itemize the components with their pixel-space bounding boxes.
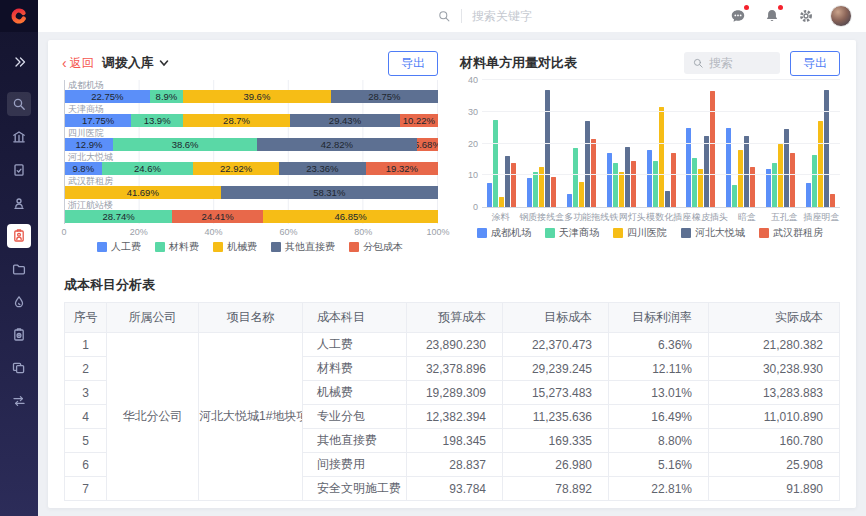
legend-item[interactable]: 河北大悦城 [681, 226, 745, 240]
notifications-button[interactable] [764, 8, 780, 24]
sidebar-item-personnel[interactable] [7, 191, 31, 215]
legend-label: 四川医院 [627, 226, 667, 240]
sidebar-item-clipboard-settings[interactable] [7, 323, 31, 347]
legend-item[interactable]: 分包成本 [349, 240, 403, 254]
grouped-chart-x-axis: 涂料钢质接线盒多功能拖线铁网灯头模数化插座橡皮插头暗盒五孔盒插座明盒 [482, 208, 840, 224]
double-chevron-icon [11, 54, 27, 70]
sidebar-item-flow[interactable] [7, 389, 31, 413]
cell-budget: 198.345 [407, 429, 503, 453]
grouped-bar-chart: 010203040 [482, 80, 840, 208]
sidebar-item-copy[interactable] [7, 356, 31, 380]
bar-segment: 13.9% [131, 114, 183, 127]
legend-label: 其他直接费 [285, 240, 335, 254]
bar [499, 197, 504, 207]
legend-label: 天津商场 [559, 226, 599, 240]
messages-button[interactable] [730, 8, 746, 24]
clipboard-user-icon [11, 228, 27, 244]
copy-icon [11, 360, 27, 376]
bar-segment: 22.92% [193, 162, 278, 175]
chart-search-input[interactable] [709, 56, 769, 70]
global-search-input[interactable] [472, 9, 562, 23]
folder-icon [11, 261, 27, 277]
page-title: 调拨入库 [102, 54, 169, 72]
sidebar-item-collapse[interactable] [7, 50, 31, 74]
legend-item[interactable]: 其他直接费 [271, 240, 335, 254]
legend-item[interactable]: 人工费 [97, 240, 141, 254]
x-axis-label: 涂料 [482, 211, 519, 224]
y-axis-tick: 0 [458, 202, 478, 212]
cell-budget: 23,890.230 [407, 333, 503, 357]
bar-segment-label: 22.75% [91, 91, 123, 102]
left-chart-panel: ‹ 返回 调拨入库 导出 成都机场22.75%8.9%39.6%28.75%天津 [48, 40, 448, 266]
search-icon [11, 96, 27, 112]
stacked-bar: 22.75%8.9%39.6%28.75% [65, 90, 438, 103]
cell-target: 15,273.483 [503, 381, 609, 405]
bar-segment: 23.36% [279, 162, 366, 175]
grid-line [482, 111, 840, 112]
charts-row: ‹ 返回 调拨入库 导出 成都机场22.75%8.9%39.6%28.75%天津 [48, 40, 856, 266]
bar [778, 144, 783, 208]
bar [647, 150, 652, 207]
user-avatar[interactable] [830, 5, 852, 27]
stacked-chart-legend: 人工费材料费机械费其他直接费分包成本 [62, 238, 438, 256]
grouped-chart-plot: 010203040 [482, 80, 840, 208]
bar [493, 120, 498, 207]
left-panel-header: ‹ 返回 调拨入库 导出 [62, 50, 438, 76]
legend-item[interactable]: 天津商场 [545, 226, 599, 240]
chart-title: 材料单方用量对比表 [460, 54, 577, 72]
legend-item[interactable]: 四川医院 [613, 226, 667, 240]
settings-button[interactable] [798, 8, 814, 24]
global-search[interactable] [437, 9, 562, 23]
back-link[interactable]: ‹ 返回 [62, 55, 94, 72]
bar [710, 91, 715, 207]
x-axis-label: 铁网灯头 [609, 211, 646, 224]
bar-segment: 12.9% [65, 138, 113, 151]
sidebar-menu [0, 32, 38, 422]
cell-budget: 93.784 [407, 477, 503, 501]
x-axis-label: 暗盒 [729, 211, 766, 224]
stacked-row: 武汉群租房41.69%58.31% [65, 176, 438, 199]
bar [732, 185, 737, 207]
bar [726, 128, 731, 207]
stacked-row: 成都机场22.75%8.9%39.6%28.75% [65, 80, 438, 103]
legend-item[interactable]: 成都机场 [477, 226, 531, 240]
app-logo[interactable] [0, 0, 38, 32]
x-axis-label: 模数化插座 [646, 211, 691, 224]
legend-item[interactable]: 材料费 [155, 240, 199, 254]
bar-group [641, 80, 681, 207]
column-header: 项目名称 [199, 303, 303, 333]
sidebar-item-search[interactable] [7, 92, 31, 116]
legend-item[interactable]: 机械费 [213, 240, 257, 254]
cell-actual: 30,238.930 [709, 357, 840, 381]
sidebar-item-organization[interactable] [7, 125, 31, 149]
cost-table-section: 成本科目分析表 序号所属公司项目名称成本科目预算成本目标成本目标利润率实际成本 … [48, 266, 856, 501]
bar [784, 129, 789, 207]
chart-search[interactable] [684, 52, 780, 74]
stacked-bar: 9.8%24.6%22.92%23.36%19.32% [65, 162, 438, 175]
export-button-right[interactable]: 导出 [790, 51, 840, 76]
bar [738, 150, 743, 207]
bar-segment-label: 38.6% [172, 139, 199, 150]
export-button-left[interactable]: 导出 [388, 51, 438, 76]
legend-item[interactable]: 武汉群租房 [759, 226, 823, 240]
bar-segment-label: 28.7% [223, 115, 250, 126]
bank-icon [11, 129, 27, 145]
legend-swatch [681, 228, 691, 238]
sidebar-item-documents[interactable] [7, 158, 31, 182]
cell-subject: 安全文明施工费 [303, 477, 407, 501]
bar [744, 136, 749, 207]
title-dropdown-toggle[interactable] [159, 58, 169, 68]
cell-subject: 机械费 [303, 381, 407, 405]
cell-actual: 160.780 [709, 429, 840, 453]
legend-label: 机械费 [227, 240, 257, 254]
bar [686, 128, 691, 207]
cell-actual: 11,010.890 [709, 405, 840, 429]
legend-swatch [271, 242, 281, 252]
bar-segment-label: 10.22% [403, 115, 435, 126]
sidebar-item-materials[interactable] [7, 290, 31, 314]
sidebar-item-cost-analysis[interactable] [7, 224, 31, 248]
message-icon [730, 8, 746, 24]
legend-label: 材料费 [169, 240, 199, 254]
bar-segment: 9.8% [65, 162, 102, 175]
sidebar-item-files[interactable] [7, 257, 31, 281]
